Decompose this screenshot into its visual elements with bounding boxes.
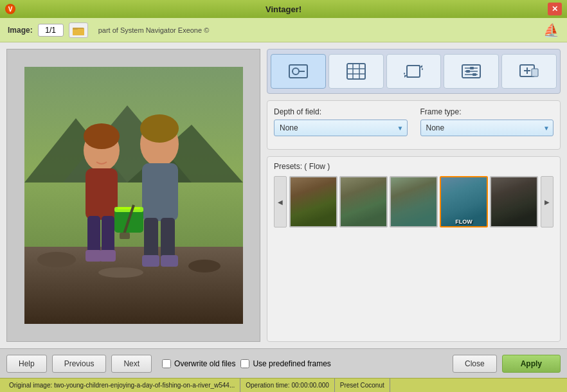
open-folder-button[interactable]	[69, 22, 88, 38]
status-image-info: Original image: two-young-children-enjoy…	[4, 379, 240, 392]
preset-4-thumbnail: FLOW	[441, 177, 487, 226]
depth-of-field-select[interactable]: None Soft Medium Strong	[274, 120, 408, 136]
app-title: Vintager!	[266, 4, 302, 14]
depth-of-field-label: Depth of field:	[274, 107, 408, 116]
svg-point-9	[188, 260, 221, 272]
svg-rect-39	[407, 66, 420, 77]
children-photo-svg	[24, 67, 243, 324]
svg-rect-29	[120, 233, 130, 239]
preset-4-label: FLOW	[441, 218, 487, 225]
depth-dropdown-wrapper: None Soft Medium Strong ▼	[274, 120, 408, 136]
svg-point-19	[140, 114, 179, 143]
presets-next-arrow[interactable]: ▶	[541, 176, 554, 227]
presets-title: Presets: ( Flow )	[274, 162, 554, 171]
svg-rect-15	[102, 216, 114, 254]
photo-display	[24, 67, 243, 324]
svg-rect-21	[144, 218, 158, 260]
svg-rect-34	[347, 64, 365, 79]
frame-dropdown-wrapper: None Classic Modern Vintage ▼	[420, 120, 554, 136]
svg-rect-1	[73, 29, 84, 35]
presets-section: Presets: ( Flow ) ◀	[267, 156, 561, 342]
depth-of-field-group: Depth of field: None Soft Medium Strong …	[274, 107, 408, 136]
system-nav-text: part of System Navigator Exeone ©	[98, 26, 210, 34]
tab-adjust[interactable]	[444, 54, 499, 89]
tab-add-image[interactable]	[501, 54, 557, 89]
controls-section: Depth of field: None Soft Medium Strong …	[267, 100, 561, 150]
preset-5-thumbnail	[491, 177, 537, 226]
status-bar: Original image: two-young-children-enjoy…	[0, 378, 567, 392]
svg-rect-16	[86, 250, 102, 262]
preset-item-5[interactable]	[490, 176, 538, 227]
svg-rect-46	[470, 67, 474, 69]
effect-tabs	[267, 49, 561, 94]
tab-filter[interactable]	[271, 54, 326, 89]
preset-item-3[interactable]	[390, 176, 438, 227]
svg-rect-2	[73, 28, 78, 30]
svg-rect-24	[161, 255, 178, 267]
preset-item-1[interactable]	[289, 176, 338, 227]
presets-list: FLOW	[289, 176, 538, 227]
svg-rect-22	[161, 218, 175, 260]
status-operation-time: Operation time: 00:00:00.000	[240, 379, 335, 392]
apply-button[interactable]: Apply	[502, 355, 561, 373]
svg-rect-48	[473, 73, 476, 76]
main-window: Image: part of System Navigator Exeone ©…	[0, 18, 567, 392]
preset-item-2[interactable]	[339, 176, 388, 227]
bottom-bar: Help Previous Next Overwrite old files U…	[0, 348, 567, 378]
status-preset: Preset Coconut	[335, 379, 390, 392]
previous-button[interactable]: Previous	[52, 355, 107, 373]
frame-type-select[interactable]: None Classic Modern Vintage	[420, 120, 554, 136]
svg-rect-20	[142, 163, 178, 221]
image-label: Image:	[8, 26, 33, 35]
app-icon: V	[5, 4, 15, 14]
status-extra	[390, 379, 401, 392]
preset-3-thumbnail	[391, 177, 437, 226]
folder-icon	[73, 25, 84, 35]
svg-rect-52	[532, 69, 538, 76]
frame-type-group: Frame type: None Classic Modern Vintage …	[420, 107, 554, 136]
svg-point-10	[98, 267, 143, 278]
presets-carousel: ◀ FLOW	[274, 176, 554, 227]
overwrite-checkbox-group: Overwrite old files	[162, 359, 235, 368]
frame-type-label: Frame type:	[420, 107, 554, 116]
preset-2-thumbnail	[341, 177, 386, 226]
toolbar: Image: part of System Navigator Exeone ©…	[0, 18, 567, 42]
svg-point-8	[37, 252, 76, 267]
controls-row: Depth of field: None Soft Medium Strong …	[274, 107, 554, 136]
presets-prev-arrow[interactable]: ◀	[274, 176, 287, 227]
overwrite-label[interactable]: Overwrite old files	[174, 359, 235, 368]
image-panel	[6, 49, 260, 342]
right-panel: Depth of field: None Soft Medium Strong …	[267, 49, 561, 342]
help-button[interactable]: Help	[6, 355, 47, 373]
filter-icon	[288, 62, 309, 80]
grid-icon	[346, 62, 366, 80]
tab-rotate[interactable]	[386, 54, 442, 89]
svg-point-12	[84, 123, 120, 149]
close-button[interactable]: Close	[453, 355, 497, 373]
overwrite-checkbox[interactable]	[162, 359, 171, 368]
svg-rect-47	[466, 70, 470, 73]
preset-item-4-flow[interactable]: FLOW	[440, 176, 488, 227]
content-area: Depth of field: None Soft Medium Strong …	[0, 42, 567, 348]
image-counter-input[interactable]	[38, 24, 64, 37]
title-bar: V Vintager! ✕	[0, 0, 567, 18]
svg-rect-17	[100, 250, 116, 262]
next-button[interactable]: Next	[111, 355, 152, 373]
svg-rect-14	[87, 216, 100, 254]
use-predefined-group: Use predefined frames	[240, 359, 330, 368]
adjust-icon	[461, 62, 482, 80]
title-bar-left: V	[5, 4, 15, 14]
svg-point-31	[292, 68, 299, 75]
svg-rect-23	[142, 255, 159, 267]
sail-icon: ⛵	[543, 22, 559, 38]
rotate-icon	[403, 62, 424, 80]
svg-rect-13	[86, 168, 118, 220]
preset-1-thumbnail	[291, 177, 336, 226]
use-predefined-checkbox[interactable]	[240, 359, 249, 368]
add-image-icon	[519, 62, 539, 80]
close-window-button[interactable]: ✕	[548, 3, 562, 15]
use-predefined-label[interactable]: Use predefined frames	[253, 359, 330, 368]
tab-grid[interactable]	[328, 54, 384, 89]
